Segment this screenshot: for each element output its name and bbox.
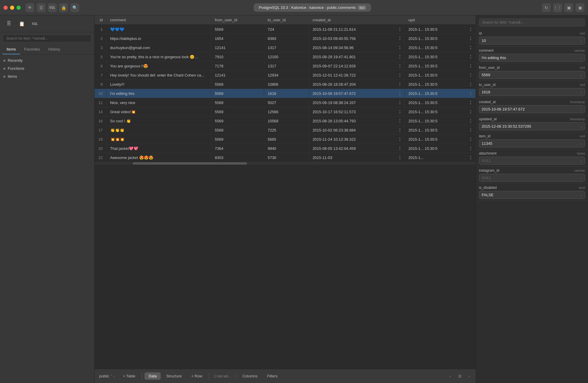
columns-button[interactable]: Columns bbox=[238, 372, 261, 380]
sort-arrows-icon[interactable]: ▲▼ bbox=[399, 91, 401, 96]
table-row[interactable]: 10I'm editing this556916182015-10-06 19:… bbox=[95, 89, 476, 98]
sort-arrows-icon[interactable]: ▲▼ bbox=[470, 155, 472, 160]
field-dropdown-icon[interactable]: ⌄ bbox=[580, 125, 582, 128]
schema-selector[interactable]: public ⌃⌄ bbox=[97, 374, 118, 378]
tab-history[interactable]: History bbox=[44, 45, 64, 54]
table-row[interactable]: 20That jacket💖💖736499402015-08-05 13:42:… bbox=[95, 144, 476, 153]
add-row-button[interactable]: + Row bbox=[187, 372, 206, 380]
table-row[interactable]: 22Awesome jacket 😍😍😍830357302015-11-03▲▼… bbox=[95, 153, 476, 162]
sql-sidebar-icon[interactable]: SQL bbox=[30, 18, 40, 29]
sidebar-search-input[interactable] bbox=[3, 35, 91, 42]
sort-arrows-icon[interactable]: ▲▼ bbox=[399, 146, 401, 151]
tab-favorites[interactable]: Favorites bbox=[20, 45, 44, 54]
sort-arrows-icon[interactable]: ▲▼ bbox=[399, 137, 401, 142]
sort-arrows-icon[interactable]: ▲▼ bbox=[399, 72, 401, 78]
field-dropdown-icon[interactable]: ⌄ bbox=[580, 39, 582, 42]
table-row[interactable]: 19💥💥💥556956652015-11-24 10:12:39.322▲▼20… bbox=[95, 135, 476, 144]
field-value-display[interactable]: 5569⌄ bbox=[479, 71, 585, 79]
filters-button[interactable]: Filters bbox=[263, 372, 282, 380]
prev-page-button[interactable]: ‹ bbox=[446, 372, 454, 380]
field-value-display[interactable]: I'm editing this⌄ bbox=[479, 54, 585, 62]
sidebar-left-icon[interactable]: ▣ bbox=[564, 3, 573, 12]
close-button[interactable] bbox=[4, 6, 8, 10]
table-row[interactable]: 6You are gorgeous !!😍717813172015-09-07 … bbox=[95, 61, 476, 71]
field-value-display[interactable]: 2015-12-08 15:30:52.537295⌄ bbox=[479, 122, 585, 130]
field-dropdown-icon[interactable]: ⌄ bbox=[580, 176, 582, 179]
sort-arrows-icon[interactable]: ▲▼ bbox=[399, 45, 401, 50]
field-dropdown-icon[interactable]: ⌄ bbox=[580, 159, 582, 162]
structure-tab-button[interactable]: Structure bbox=[162, 372, 186, 380]
sort-arrows-icon[interactable]: ▲▼ bbox=[470, 127, 472, 133]
sort-arrows-icon[interactable]: ▲▼ bbox=[470, 36, 472, 41]
search-icon[interactable]: 🔍 bbox=[70, 3, 79, 12]
field-value-display[interactable]: 10⌄ bbox=[479, 37, 585, 45]
table-container[interactable]: id comment from_user_id to_user_id creat… bbox=[95, 15, 476, 369]
minimize-button[interactable] bbox=[10, 6, 14, 10]
sort-arrows-icon[interactable]: ▲▼ bbox=[399, 54, 401, 59]
next-page-button[interactable]: › bbox=[465, 372, 473, 380]
col-to-user-id[interactable]: to_user_id bbox=[264, 15, 309, 25]
sort-arrows-icon[interactable]: ▲▼ bbox=[399, 27, 401, 32]
horizontal-scrollbar[interactable] bbox=[95, 162, 476, 165]
field-search-input[interactable] bbox=[479, 18, 585, 27]
table-row[interactable]: 5You're so pretty, this is a nice ni gor… bbox=[95, 52, 476, 61]
field-dropdown-icon[interactable]: ⌄ bbox=[580, 193, 582, 197]
field-dropdown-icon[interactable]: ⌄ bbox=[580, 108, 582, 111]
col-comment[interactable]: comment bbox=[106, 15, 211, 25]
sort-arrows-icon[interactable]: ▲▼ bbox=[399, 63, 401, 69]
sort-arrows-icon[interactable]: ▲▼ bbox=[470, 100, 472, 105]
sql-icon[interactable]: SQL bbox=[48, 3, 57, 12]
sort-arrows-icon[interactable]: ▲▼ bbox=[399, 82, 401, 87]
sort-arrows-icon[interactable]: ▲▼ bbox=[399, 118, 401, 124]
data-tab-button[interactable]: Data bbox=[144, 372, 161, 380]
sort-arrows-icon[interactable]: ▲▼ bbox=[470, 45, 472, 50]
settings-button[interactable]: ⚙ bbox=[456, 372, 464, 380]
field-value-display[interactable]: NULL⌄ bbox=[479, 174, 585, 182]
field-dropdown-icon[interactable]: ⌄ bbox=[580, 90, 582, 94]
field-dropdown-icon[interactable]: ⌄ bbox=[580, 73, 582, 77]
sort-arrows-icon[interactable]: ▲▼ bbox=[470, 118, 472, 124]
table-row[interactable]: 11Nice, very nice556950272015-09-19 08:3… bbox=[95, 98, 476, 107]
sort-arrows-icon[interactable]: ▲▼ bbox=[470, 63, 472, 69]
col-from-user-id[interactable]: from_user_id bbox=[211, 15, 264, 25]
sort-arrows-icon[interactable]: ▲▼ bbox=[470, 91, 472, 96]
col-id[interactable]: id bbox=[95, 15, 106, 25]
tab-items[interactable]: Items bbox=[2, 45, 20, 54]
sort-arrows-icon[interactable]: ▲▼ bbox=[470, 54, 472, 59]
sort-arrows-icon[interactable]: ▲▼ bbox=[399, 127, 401, 133]
field-value-display[interactable]: FALSE⌄ bbox=[479, 191, 585, 199]
field-value-display[interactable]: 2015-10-06 19:57:47.672⌄ bbox=[479, 105, 585, 113]
sort-arrows-icon[interactable]: ▲▼ bbox=[399, 36, 401, 41]
items-section[interactable]: ▶ Items bbox=[0, 72, 94, 80]
sort-arrows-icon[interactable]: ▲▼ bbox=[470, 27, 472, 32]
sort-arrows-icon[interactable]: ▲▼ bbox=[399, 100, 401, 105]
field-value-display[interactable]: NULL⌄ bbox=[479, 157, 585, 165]
maximize-button[interactable] bbox=[17, 6, 21, 10]
col-created-at[interactable]: created_at bbox=[309, 15, 405, 25]
table-row[interactable]: 16So cool ! 👏5569105682015-08-28 13:05:4… bbox=[95, 116, 476, 126]
recently-section[interactable]: ▶ Recently bbox=[0, 56, 94, 64]
sort-arrows-icon[interactable]: ▲▼ bbox=[399, 155, 401, 160]
db-icon[interactable]: 🗄 bbox=[4, 18, 14, 29]
col-upd[interactable]: upd bbox=[405, 15, 476, 25]
sort-arrows-icon[interactable]: ▲▼ bbox=[470, 72, 472, 78]
field-value-display[interactable]: 11345⌄ bbox=[479, 139, 585, 147]
eye-icon[interactable]: 👁 bbox=[25, 3, 34, 12]
table-row[interactable]: 14Great video!💥5569125662015-10-17 16:52… bbox=[95, 107, 476, 116]
list-icon[interactable]: ☰ bbox=[37, 3, 46, 12]
sort-arrows-icon[interactable]: ▲▼ bbox=[470, 146, 472, 151]
sort-arrows-icon[interactable]: ▲▼ bbox=[470, 137, 472, 142]
sidebar-right-icon[interactable]: ▣ bbox=[576, 3, 584, 12]
table-row[interactable]: 7Hey lovely! You should def. enter the C… bbox=[95, 71, 476, 80]
table-row[interactable]: 8Lovely!!!5569108062015-08-26 18:28:47.2… bbox=[95, 80, 476, 89]
field-dropdown-icon[interactable]: ⌄ bbox=[580, 56, 582, 59]
lock-icon[interactable]: 🔒 bbox=[59, 3, 68, 12]
table-row[interactable]: 2https://tableplus.io165483832015-10-03 … bbox=[95, 34, 476, 43]
functions-section[interactable]: ▶ Functions bbox=[0, 64, 94, 72]
table-row[interactable]: 3duchuykun@gmail.com1214113172015-08-14 … bbox=[95, 43, 476, 52]
field-value-display[interactable]: 1618⌄ bbox=[479, 88, 585, 96]
table-row[interactable]: 1💙💙💙55697242015-11-09 21:11:21.614▲▼2015… bbox=[95, 25, 476, 34]
table-row[interactable]: 17👏👏👏556972252015-10-02 06:23:38.884▲▼20… bbox=[95, 126, 476, 135]
grid-icon[interactable]: ⋮⋮ bbox=[553, 3, 562, 12]
sort-arrows-icon[interactable]: ▲▼ bbox=[470, 109, 472, 114]
